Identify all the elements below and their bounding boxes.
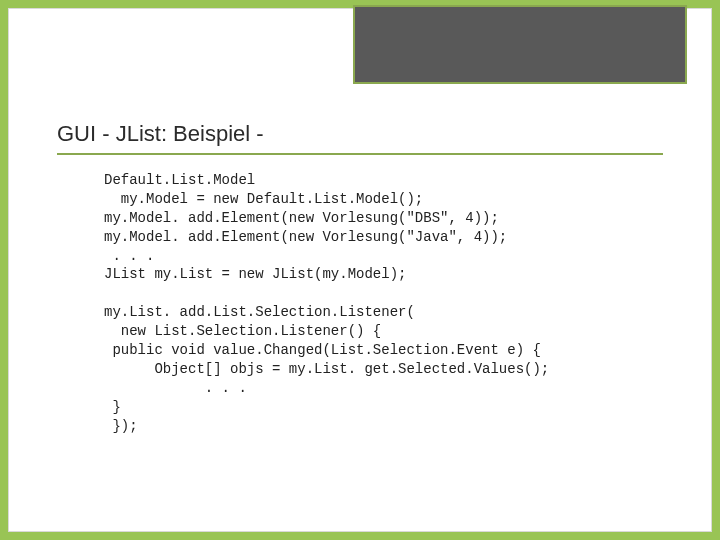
slide-title: GUI - JList: Beispiel - <box>57 121 663 153</box>
code-line: Object[] objs = my.List. get.Selected.Va… <box>104 361 549 377</box>
code-line: public void value.Changed(List.Selection… <box>104 342 541 358</box>
title-underline <box>57 153 663 155</box>
code-line: my.Model. add.Element(new Vorlesung("DBS… <box>104 210 499 226</box>
code-line: }); <box>104 418 138 434</box>
code-block: Default.List.Model my.Model = new Defaul… <box>104 171 661 435</box>
code-line: my.List. add.List.Selection.Listener( <box>104 304 415 320</box>
header-gray-block <box>353 5 687 84</box>
title-area: GUI - JList: Beispiel - <box>57 121 663 155</box>
slide-outer: GUI - JList: Beispiel - Default.List.Mod… <box>0 0 720 540</box>
code-line: . . . <box>104 380 247 396</box>
code-line: new List.Selection.Listener() { <box>104 323 381 339</box>
slide-page: GUI - JList: Beispiel - Default.List.Mod… <box>8 8 712 532</box>
code-line: my.Model = new Default.List.Model(); <box>104 191 423 207</box>
code-line: my.Model. add.Element(new Vorlesung("Jav… <box>104 229 507 245</box>
code-line: . . . <box>104 248 154 264</box>
code-line: } <box>104 399 121 415</box>
code-line: Default.List.Model <box>104 172 255 188</box>
code-line: JList my.List = new JList(my.Model); <box>104 266 406 282</box>
